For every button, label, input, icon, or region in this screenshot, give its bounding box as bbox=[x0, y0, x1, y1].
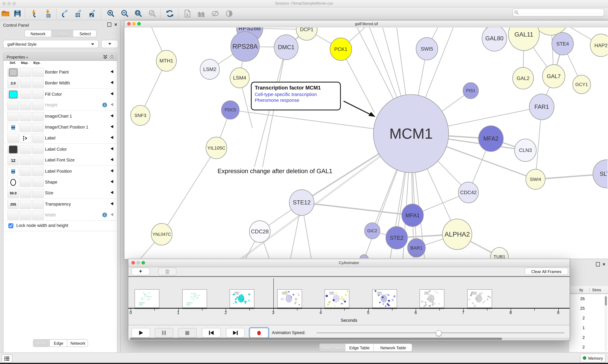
bypass-cell[interactable] bbox=[32, 211, 44, 220]
default-value-cell[interactable]: 12 bbox=[7, 156, 19, 165]
network-canvas[interactable]: RPS28BDCP1RPS28ADMC1PCK1MTH1LSM2LSM4SWI5… bbox=[124, 27, 608, 258]
memory-button[interactable]: Memory bbox=[580, 353, 606, 363]
add-frame-button[interactable]: + bbox=[131, 268, 150, 275]
table-column-ity[interactable]: ity bbox=[579, 288, 583, 292]
mapping-cell[interactable] bbox=[20, 68, 31, 77]
frame-thumbnail-2[interactable] bbox=[230, 289, 254, 308]
animation-timeline[interactable] bbox=[128, 276, 570, 309]
network-node-tub1[interactable]: TUB1 bbox=[491, 247, 508, 258]
tab-node[interactable]: Node bbox=[33, 340, 50, 347]
default-value-cell[interactable] bbox=[7, 101, 19, 110]
collapse-all-icon[interactable] bbox=[110, 54, 114, 59]
tab-network-table[interactable]: Network Table bbox=[373, 344, 412, 351]
cyanimator-titlebar[interactable]: CyAnimator bbox=[128, 259, 570, 267]
info-icon[interactable]: i bbox=[102, 212, 107, 217]
default-value-cell[interactable]: 50.0 bbox=[7, 189, 19, 198]
import-network-icon[interactable] bbox=[29, 9, 39, 18]
save-session-icon[interactable] bbox=[13, 9, 22, 18]
zoom-out-icon[interactable] bbox=[120, 9, 129, 18]
frame-thumbnail-1[interactable] bbox=[182, 289, 207, 308]
tab-edge[interactable]: Edge bbox=[50, 340, 67, 347]
task-history-button[interactable] bbox=[1, 354, 13, 363]
default-value-cell[interactable] bbox=[7, 167, 19, 176]
expand-property-icon[interactable] bbox=[111, 158, 113, 161]
network-node-ste2[interactable]: STE2 bbox=[386, 226, 408, 249]
default-value-cell[interactable] bbox=[7, 90, 19, 99]
delete-frame-button[interactable] bbox=[158, 268, 176, 275]
open-session-icon[interactable] bbox=[1, 9, 10, 18]
network-node-hap2[interactable]: HAP2 bbox=[590, 34, 608, 57]
mapping-cell[interactable] bbox=[20, 145, 31, 154]
expand-property-icon[interactable] bbox=[111, 81, 113, 84]
property-row-shape[interactable]: Shape bbox=[3, 177, 117, 188]
property-row-border-paint[interactable]: Border Paint bbox=[3, 66, 117, 78]
bypass-cell[interactable] bbox=[32, 79, 44, 88]
property-row-image-chart-position-1[interactable]: Image/Chart Position 1 bbox=[3, 122, 117, 133]
property-row-label-color[interactable]: Label Color bbox=[3, 143, 117, 155]
bypass-cell[interactable] bbox=[32, 90, 44, 99]
expand-property-icon[interactable] bbox=[111, 202, 113, 205]
annotation-box[interactable]: Transcription factor MCM1 Cell-type-spec… bbox=[251, 82, 341, 110]
network-node-pdc5[interactable]: PDC5 bbox=[221, 101, 239, 119]
expand-property-icon[interactable] bbox=[111, 136, 113, 139]
network-node-ynl047c[interactable]: YNL047C bbox=[151, 223, 172, 245]
network-node-dcp1[interactable]: DCP1 bbox=[296, 27, 317, 40]
network-node-unlabeled[interactable] bbox=[360, 255, 368, 258]
network-node-gal7[interactable]: GAL7 bbox=[542, 65, 565, 88]
property-row-image-chart-1[interactable]: Image/Chart 1 bbox=[3, 111, 117, 122]
tab-network[interactable]: Network bbox=[25, 30, 51, 37]
bypass-cell[interactable] bbox=[32, 200, 44, 209]
legend-icon[interactable] bbox=[197, 9, 206, 18]
network-node-bar1[interactable]: BAR1 bbox=[408, 239, 426, 257]
default-value-cell[interactable] bbox=[7, 211, 19, 220]
frame-thumbnail-0[interactable] bbox=[135, 289, 159, 308]
properties-header[interactable]: Properties ▾ bbox=[3, 53, 117, 61]
table-row[interactable]: 2 bbox=[569, 342, 608, 352]
network-node-alpha2[interactable]: ALPHA2 bbox=[442, 219, 472, 250]
lock-node-size-row[interactable]: Lock node width and height bbox=[3, 221, 117, 231]
frame-thumbnail-7[interactable] bbox=[467, 289, 492, 308]
timeline-playhead[interactable] bbox=[273, 278, 274, 309]
default-value-cell[interactable]: 2.0 bbox=[7, 79, 19, 88]
mapping-cell[interactable] bbox=[20, 112, 31, 121]
bypass-cell[interactable] bbox=[32, 112, 44, 121]
expand-property-icon[interactable] bbox=[111, 180, 113, 183]
search-box[interactable] bbox=[513, 9, 604, 17]
expand-property-icon[interactable] bbox=[111, 191, 113, 194]
zoom-fit-icon[interactable] bbox=[134, 9, 143, 18]
network-node-pck1[interactable]: PCK1 bbox=[330, 38, 352, 61]
bypass-cell[interactable] bbox=[32, 68, 44, 77]
table-row[interactable]: 1 bbox=[569, 323, 608, 333]
bypass-cell[interactable] bbox=[32, 145, 44, 154]
annotation-link[interactable]: Cell-type-specific transcription bbox=[255, 92, 337, 98]
table-row[interactable]: 26 bbox=[569, 294, 608, 304]
network-node-lsm2[interactable]: LSM2 bbox=[200, 59, 220, 79]
animation-speed-handle[interactable] bbox=[436, 330, 442, 336]
network-node-gal11[interactable]: GAL11 bbox=[508, 27, 539, 51]
clear-all-frames-button[interactable]: Clear All Frames bbox=[525, 268, 568, 275]
default-value-cell[interactable]: 255 bbox=[7, 200, 19, 209]
network-node-cdc42[interactable]: CDC42 bbox=[458, 182, 479, 203]
network-node-mcm1[interactable]: MCM1 bbox=[373, 95, 449, 173]
property-row-width[interactable]: Widthi bbox=[3, 209, 117, 221]
mapping-cell[interactable] bbox=[20, 134, 31, 143]
tab-edge-table[interactable]: Edge Table bbox=[345, 344, 373, 351]
zoom-in-icon[interactable] bbox=[106, 9, 116, 18]
mapping-cell[interactable] bbox=[20, 123, 31, 132]
hide-details-icon[interactable] bbox=[211, 9, 220, 18]
frame-thumbnail-4[interactable] bbox=[325, 289, 349, 308]
table-row[interactable]: 2 bbox=[569, 313, 608, 323]
network-node-snf3[interactable]: SNF3 bbox=[131, 105, 150, 125]
network-node-slt2[interactable]: SLT2 bbox=[593, 160, 608, 188]
expand-property-icon[interactable] bbox=[111, 169, 113, 172]
frame-thumbnail-5[interactable] bbox=[372, 289, 397, 308]
network-node-cln3[interactable]: CLN3 bbox=[515, 139, 536, 162]
expand-property-icon[interactable] bbox=[111, 147, 113, 150]
network-node-gal80[interactable]: GAL80 bbox=[482, 27, 507, 51]
bypass-cell[interactable] bbox=[32, 178, 44, 187]
bypass-cell[interactable] bbox=[32, 167, 44, 176]
network-node-gic2[interactable]: GIC2 bbox=[364, 223, 380, 239]
network-window-titlebar[interactable]: galFiltered.sif bbox=[124, 21, 608, 28]
property-row-fill-color[interactable]: Fill Color bbox=[3, 89, 117, 100]
default-value-cell[interactable] bbox=[7, 145, 19, 154]
